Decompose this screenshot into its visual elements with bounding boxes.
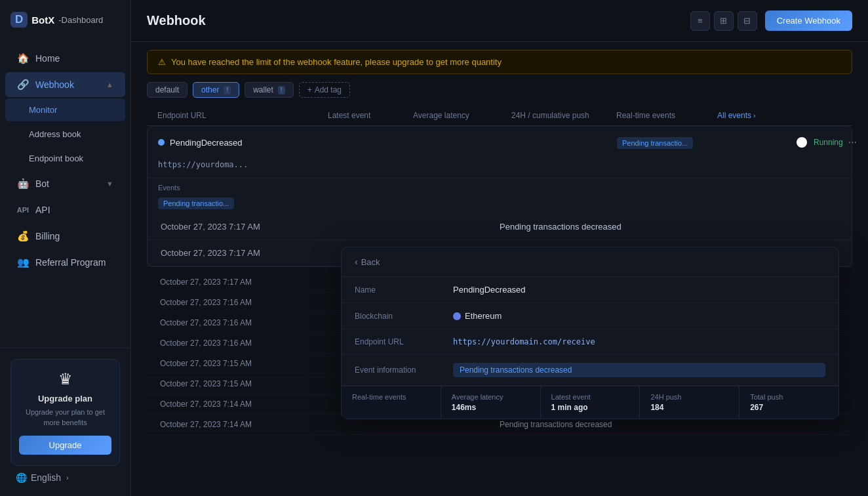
alert-banner: ⚠ You have reached the limit of the webh… bbox=[147, 50, 852, 74]
detail-name-row: Name PendingDecreased bbox=[342, 277, 838, 303]
main-content: Webhook ≡ ⊞ ⊟ Create Webhook ⚠ You have … bbox=[131, 0, 868, 496]
tag-wallet-content: wallet ! bbox=[253, 85, 285, 94]
list-view-icon: ≡ bbox=[698, 16, 703, 26]
detail-name-value: PendingDecreased bbox=[453, 285, 825, 295]
events-label-row: Pending transactio... bbox=[148, 197, 852, 214]
events-event-tag: Pending transactio... bbox=[158, 197, 234, 209]
detail-event-info-label: Event information bbox=[355, 365, 453, 375]
webhook-icon: 🔗 bbox=[17, 79, 29, 91]
back-label: Back bbox=[361, 257, 380, 267]
back-button[interactable]: ‹ Back bbox=[355, 257, 380, 267]
detail-event-info-value: Pending transactions decreased bbox=[453, 363, 825, 377]
tag-default[interactable]: default bbox=[147, 82, 187, 98]
webhook-realtime: Pending transactio... bbox=[617, 138, 717, 148]
sidebar-label-monitor: Monitor bbox=[29, 105, 57, 115]
crown-icon: ♛ bbox=[19, 370, 111, 388]
tag-other-label: other bbox=[201, 85, 219, 94]
main-header: Webhook ≡ ⊞ ⊟ Create Webhook bbox=[131, 0, 868, 42]
sidebar-item-api[interactable]: API API bbox=[5, 197, 125, 222]
stat-latest-value: 1 min ago bbox=[551, 403, 629, 412]
tile-view-icon: ⊟ bbox=[743, 16, 751, 26]
webhook-container: Endpoint URL Latest event Average latenc… bbox=[131, 106, 868, 496]
sub-event-time-8: October 27, 2023 7:14 AM bbox=[160, 420, 500, 429]
sidebar-item-bot[interactable]: 🤖 Bot ▼ bbox=[5, 171, 125, 196]
sidebar-label-bot: Bot bbox=[35, 178, 49, 189]
all-events-arrow: › bbox=[753, 112, 756, 119]
sidebar-item-referral[interactable]: 👥 Referral Program bbox=[5, 250, 125, 275]
list-view-button[interactable]: ≡ bbox=[690, 11, 710, 31]
webhook-row: PendingDecreased Pending transactio... R… bbox=[147, 126, 852, 267]
detail-event-info-row: Event information Pending transactions d… bbox=[342, 355, 838, 386]
sidebar: D BotX -Dashboard 🏠 Home 🔗 Webhook ▲ Mon… bbox=[0, 0, 131, 496]
referral-icon: 👥 bbox=[17, 257, 29, 268]
realtime-events-label: Real-time events bbox=[352, 393, 430, 401]
events-column-header: Events bbox=[148, 178, 852, 197]
chevron-right-icon: › bbox=[66, 474, 69, 482]
endpoint-url-display: https://yourdoma... bbox=[158, 160, 248, 169]
billing-icon: 💰 bbox=[17, 230, 29, 242]
col-latest-event: Latest event bbox=[328, 111, 413, 120]
detail-stats-row: Real-time events Average latency 146ms L… bbox=[342, 386, 838, 419]
tag-wallet-label: wallet bbox=[253, 85, 273, 94]
sidebar-nav: 🏠 Home 🔗 Webhook ▲ Monitor Address book … bbox=[0, 39, 130, 348]
webhook-row-content: PendingDecreased Pending transactio... R… bbox=[148, 127, 852, 158]
sidebar-item-home[interactable]: 🏠 Home bbox=[5, 46, 125, 71]
detail-body: Name PendingDecreased Blockchain Ethereu… bbox=[342, 277, 838, 419]
sidebar-label-home: Home bbox=[35, 53, 60, 64]
sidebar-item-endpoint-book[interactable]: Endpoint book bbox=[5, 147, 125, 170]
stat-latency-label: Average latency bbox=[452, 393, 530, 401]
blockchain-indicator: Ethereum bbox=[453, 311, 825, 321]
detail-name-label: Name bbox=[355, 285, 453, 295]
warning-icon: ⚠ bbox=[158, 57, 166, 67]
grid-view-button[interactable]: ⊞ bbox=[714, 11, 734, 31]
header-actions: ≡ ⊞ ⊟ Create Webhook bbox=[690, 10, 852, 31]
col-endpoint-url: Endpoint URL bbox=[157, 111, 328, 120]
page-title: Webhook bbox=[147, 13, 206, 28]
main-event-row-1: October 27, 2023 7:17 AM Pending transac… bbox=[148, 214, 852, 240]
sidebar-label-referral: Referral Program bbox=[35, 257, 106, 268]
tag-wallet[interactable]: wallet ! bbox=[245, 82, 293, 98]
sidebar-label-billing: Billing bbox=[35, 231, 60, 241]
col-all-events: All events › bbox=[717, 111, 809, 120]
tag-other[interactable]: other ! bbox=[193, 82, 239, 98]
tile-view-button[interactable]: ⊟ bbox=[738, 11, 757, 31]
sidebar-item-address-book[interactable]: Address book bbox=[5, 123, 125, 146]
sidebar-label-api: API bbox=[35, 205, 50, 215]
webhook-more-button[interactable]: ··· bbox=[848, 136, 857, 148]
upgrade-box: ♛ Upgrade plan Upgrade your plan to get … bbox=[10, 359, 120, 466]
tag-other-info: ! bbox=[224, 86, 231, 94]
detail-header: ‹ Back bbox=[342, 247, 838, 277]
language-selector[interactable]: 🌐 English › bbox=[10, 466, 120, 486]
detail-blockchain-label: Blockchain bbox=[355, 312, 453, 321]
tag-other-content: other ! bbox=[201, 85, 231, 94]
create-webhook-button[interactable]: Create Webhook bbox=[765, 10, 852, 31]
home-icon: 🏠 bbox=[17, 52, 29, 64]
blockchain-value: Ethereum bbox=[465, 311, 502, 321]
sidebar-item-monitor[interactable]: Monitor bbox=[5, 98, 125, 121]
col-avg-latency: Average latency bbox=[413, 111, 511, 120]
upgrade-button[interactable]: Upgrade bbox=[19, 436, 111, 455]
stat-latency-value: 146ms bbox=[452, 403, 530, 412]
sidebar-item-webhook[interactable]: 🔗 Webhook ▲ bbox=[5, 72, 125, 97]
sidebar-bottom: ♛ Upgrade plan Upgrade your plan to get … bbox=[0, 348, 130, 496]
stat-cell-latest: Latest event 1 min ago bbox=[541, 386, 641, 419]
stat-24h-label: 24H push bbox=[650, 393, 728, 401]
sidebar-item-billing[interactable]: 💰 Billing bbox=[5, 224, 125, 249]
table-header: Endpoint URL Latest event Average latenc… bbox=[147, 106, 852, 126]
col-actions bbox=[809, 111, 842, 120]
col-realtime: Real-time events bbox=[616, 111, 717, 120]
logo-dash: -Dashboard bbox=[58, 15, 103, 25]
bot-icon: 🤖 bbox=[17, 178, 29, 190]
webhook-controls: Running ··· bbox=[808, 136, 841, 149]
back-chevron-icon: ‹ bbox=[355, 257, 358, 267]
upgrade-title: Upgrade plan bbox=[19, 394, 111, 403]
app-logo: D BotX -Dashboard bbox=[0, 0, 130, 39]
add-tag-button[interactable]: + Add tag bbox=[299, 82, 350, 98]
sidebar-label-webhook: Webhook bbox=[35, 79, 74, 90]
stat-cell-latency: Average latency 146ms bbox=[441, 386, 541, 419]
grid-view-icon: ⊞ bbox=[720, 16, 727, 26]
upgrade-desc: Upgrade your plan to get more benefits bbox=[19, 407, 111, 428]
api-icon: API bbox=[17, 204, 29, 216]
webhook-status-label: Running bbox=[814, 138, 843, 147]
stat-cell-24h: 24H push 184 bbox=[640, 386, 740, 419]
